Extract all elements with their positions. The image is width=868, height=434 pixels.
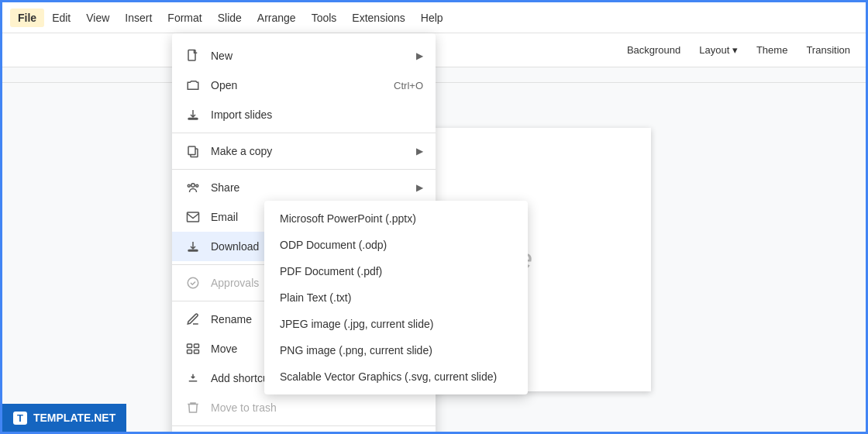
- file-menu-import[interactable]: Import slides: [172, 100, 436, 129]
- import-label: Import slides: [211, 108, 423, 121]
- download-pptx-label: Microsoft PowerPoint (.pptx): [280, 212, 416, 225]
- download-pptx[interactable]: Microsoft PowerPoint (.pptx): [264, 205, 528, 232]
- template-logo-t: T: [13, 412, 27, 425]
- menu-slide[interactable]: Slide: [210, 9, 250, 27]
- svg-rect-12: [188, 350, 192, 354]
- new-icon: [184, 47, 202, 64]
- download-jpg[interactable]: JPEG image (.jpg, current slide): [264, 311, 528, 337]
- menu-edit[interactable]: Edit: [44, 9, 78, 27]
- menu-help[interactable]: Help: [413, 9, 451, 27]
- download-png-label: PNG image (.png, current slide): [280, 344, 432, 356]
- move-icon: [184, 340, 202, 357]
- download-txt-label: Plain Text (.txt): [280, 291, 351, 304]
- open-shortcut: Ctrl+O: [394, 80, 423, 91]
- svg-point-6: [188, 184, 190, 187]
- background-button[interactable]: Background: [619, 40, 688, 60]
- layout-button[interactable]: Layout ▾: [691, 40, 746, 60]
- file-menu-section-1: New ▶ Open Ctrl+O Import slides: [172, 38, 436, 133]
- menu-insert[interactable]: Insert: [117, 9, 160, 27]
- download-submenu: Microsoft PowerPoint (.pptx) ODP Documen…: [264, 201, 528, 394]
- share-icon: [184, 179, 202, 196]
- make-copy-label: Make a copy: [211, 145, 410, 157]
- download-pdf-label: PDF Document (.pdf): [280, 265, 382, 277]
- open-icon: [184, 77, 202, 94]
- menu-arrange[interactable]: Arrange: [250, 9, 304, 27]
- download-odp-label: ODP Document (.odp): [280, 239, 387, 251]
- menu-tools[interactable]: Tools: [304, 9, 345, 27]
- svg-point-5: [196, 184, 198, 187]
- file-menu-make-copy[interactable]: Make a copy ▶: [172, 136, 436, 166]
- download-svg-label: Scalable Vector Graphics (.svg, current …: [280, 370, 497, 383]
- file-menu-new[interactable]: New ▶: [172, 41, 436, 71]
- download-pdf[interactable]: PDF Document (.pdf): [264, 258, 528, 284]
- make-copy-arrow: ▶: [416, 146, 423, 157]
- template-logo: T TEMPLATE.NET: [2, 404, 126, 432]
- open-label: Open: [211, 79, 394, 91]
- svg-point-4: [191, 184, 195, 188]
- svg-rect-1: [188, 119, 198, 120]
- svg-rect-3: [188, 146, 195, 155]
- share-arrow: ▶: [416, 182, 423, 193]
- download-odp[interactable]: ODP Document (.odp): [264, 232, 528, 258]
- theme-button[interactable]: Theme: [749, 40, 795, 60]
- file-menu-move-to-trash[interactable]: Move to trash: [172, 393, 436, 422]
- download-jpg-label: JPEG image (.jpg, current slide): [280, 318, 433, 330]
- download-txt[interactable]: Plain Text (.txt): [264, 284, 528, 311]
- menu-bar: File Edit View Insert Format Slide Arran…: [2, 2, 866, 33]
- svg-point-9: [188, 277, 198, 288]
- file-menu-share[interactable]: Share ▶: [172, 173, 436, 202]
- svg-rect-10: [188, 344, 192, 348]
- download-png[interactable]: PNG image (.png, current slide): [264, 337, 528, 363]
- svg-rect-13: [195, 350, 199, 354]
- menu-view[interactable]: View: [78, 9, 117, 27]
- download-icon: [184, 238, 202, 255]
- share-label: Share: [211, 181, 410, 194]
- copy-icon: [184, 143, 202, 160]
- file-menu-section-2: Make a copy ▶: [172, 133, 436, 170]
- transition-button[interactable]: Transition: [798, 40, 858, 60]
- trash-icon: [184, 399, 202, 416]
- shortcut-icon: [184, 370, 202, 387]
- menu-extensions[interactable]: Extensions: [344, 9, 412, 27]
- email-icon: [184, 208, 202, 226]
- move-to-trash-label: Move to trash: [211, 401, 423, 414]
- svg-rect-11: [195, 344, 199, 348]
- download-svg[interactable]: Scalable Vector Graphics (.svg, current …: [264, 363, 528, 390]
- svg-rect-8: [188, 250, 198, 252]
- template-logo-name: TEMPLATE.NET: [33, 412, 115, 424]
- rename-icon: [184, 311, 202, 328]
- new-arrow: ▶: [416, 50, 423, 61]
- svg-rect-7: [188, 212, 199, 222]
- file-menu-open[interactable]: Open Ctrl+O: [172, 71, 436, 100]
- import-icon: [184, 106, 202, 123]
- menu-format[interactable]: Format: [160, 9, 209, 27]
- approvals-icon: [184, 274, 202, 291]
- new-label: New: [211, 50, 410, 62]
- menu-file[interactable]: File: [10, 9, 44, 27]
